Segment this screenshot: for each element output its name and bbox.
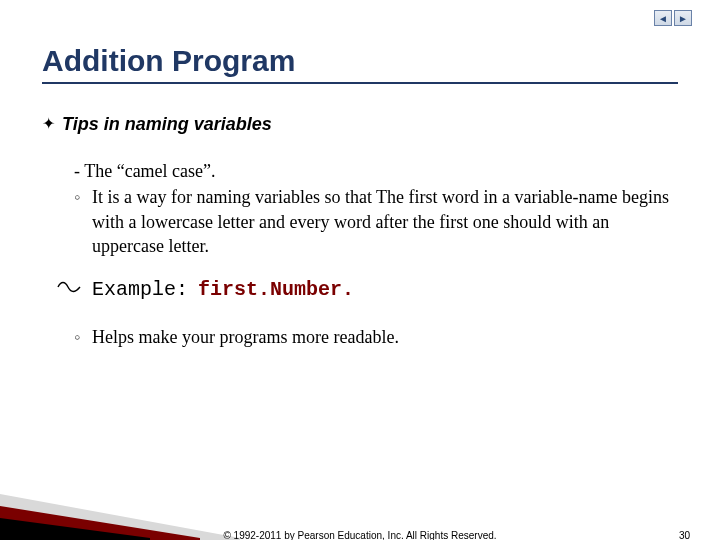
corner-accent — [0, 494, 240, 540]
example-label: Example: — [92, 278, 188, 301]
copyright-text: © 1992-2011 by Pearson Education, Inc. A… — [223, 530, 496, 540]
subhead-text: Tips in naming variables — [62, 114, 272, 135]
subhead-bullet-icon: ✦ — [42, 114, 62, 133]
slide-title: Addition Program — [42, 44, 678, 84]
flourish-icon — [56, 278, 82, 294]
item-head: - The “camel case”. — [74, 159, 678, 183]
page-number: 30 — [679, 530, 690, 540]
prev-slide-button[interactable]: ◄ — [654, 10, 672, 26]
svg-marker-1 — [0, 506, 200, 540]
sub-item-1: ◦ It is a way for naming variables so th… — [74, 185, 678, 258]
body-block: - The “camel case”. ◦ It is a way for na… — [74, 159, 678, 258]
sub-item-1-text: It is a way for naming variables so that… — [92, 185, 678, 258]
example-row: Example: first.Number. — [56, 278, 678, 301]
svg-marker-0 — [0, 494, 240, 540]
slide-body: Addition Program ✦ Tips in naming variab… — [0, 0, 720, 348]
sub-item-2-text: Helps make your programs more readable. — [92, 327, 678, 348]
open-circle-bullet-icon: ◦ — [74, 327, 92, 348]
example-value: first.Number. — [198, 278, 354, 301]
subhead-row: ✦ Tips in naming variables — [42, 114, 678, 135]
open-circle-bullet-icon: ◦ — [74, 185, 92, 258]
sub-item-2: ◦ Helps make your programs more readable… — [74, 327, 678, 348]
svg-marker-2 — [0, 518, 150, 540]
next-slide-button[interactable]: ► — [674, 10, 692, 26]
